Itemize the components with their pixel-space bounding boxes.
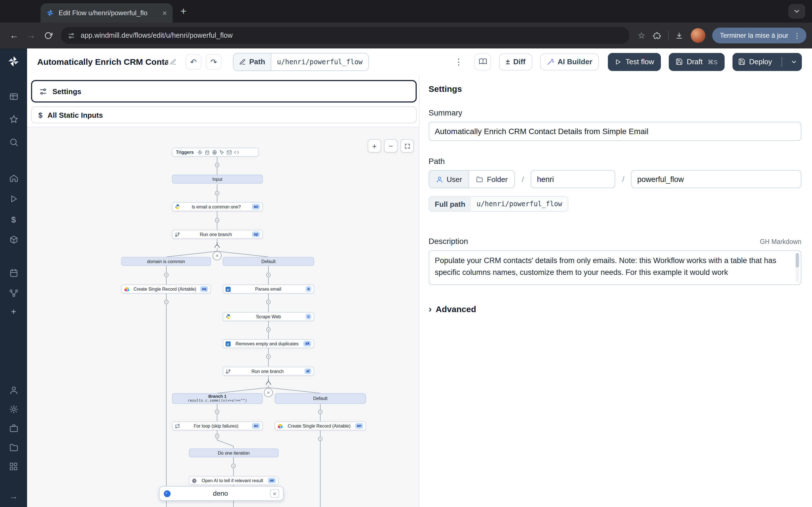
path-separator: / — [522, 175, 524, 184]
flow-node-do-one-iteration[interactable]: Do one iteration — [189, 448, 278, 457]
settings-panel: Settings Summary Automatically Enrich CR… — [419, 75, 812, 507]
sidebar-variables-icon[interactable]: $ — [0, 212, 27, 226]
test-flow-button[interactable]: Test flow — [608, 53, 661, 71]
sidebar-apps-icon[interactable] — [0, 460, 27, 473]
extensions-icon[interactable] — [649, 27, 665, 43]
flow-node-scrape-web[interactable]: Scrape Web c — [223, 312, 314, 321]
owner-input[interactable]: henri — [530, 170, 615, 188]
path-section-label: Path — [428, 157, 801, 166]
new-tab-button[interactable]: + — [181, 4, 186, 18]
deno-icon — [163, 490, 171, 497]
edit-title-icon[interactable] — [170, 58, 176, 65]
advanced-toggle[interactable]: › Advanced — [428, 304, 801, 314]
flow-node-airtable-left[interactable]: Create Single Record (Airtable) aq — [121, 284, 211, 293]
save-icon — [675, 58, 683, 65]
downloads-icon[interactable] — [671, 27, 687, 43]
sidebar-user-icon[interactable] — [0, 383, 27, 397]
popup-close-button[interactable]: × — [270, 489, 279, 498]
profile-avatar[interactable] — [691, 28, 705, 43]
flow-node-is-email-common[interactable]: Is email a common one? ao — [172, 202, 263, 211]
path-editor[interactable]: Path u/henri/powerful_flow — [233, 53, 369, 71]
toolbar-separator — [668, 31, 668, 41]
zoom-out-button[interactable]: − — [384, 139, 398, 153]
tab-close-icon[interactable]: × — [162, 9, 167, 17]
flow-triggers-bar[interactable]: Triggers — [172, 148, 259, 157]
ai-builder-button[interactable]: AI Builder — [540, 53, 599, 70]
sidebar-expand-icon[interactable]: → — [0, 489, 27, 503]
flow-node-run-one-branch-2[interactable]: Run one branch al — [223, 367, 314, 376]
sidebar-runs-icon[interactable] — [0, 192, 27, 206]
sidebar-search-icon[interactable] — [0, 135, 27, 149]
owner-kind-folder[interactable]: Folder — [469, 171, 515, 187]
flow-node-input[interactable]: Input — [172, 175, 263, 184]
flow-node-for-loop[interactable]: For loop (skip failures) ac — [172, 421, 263, 431]
tab-search-button[interactable] — [788, 4, 805, 18]
deploy-button[interactable]: Deploy — [732, 53, 802, 71]
branch-remove-button[interactable]: × — [264, 388, 273, 397]
summary-label: Summary — [428, 108, 801, 117]
browser-menu-icon[interactable]: ⋮ — [792, 31, 802, 40]
globe-icon — [212, 150, 217, 155]
sidebar-favorites-icon[interactable] — [0, 112, 27, 126]
forward-icon[interactable]: → — [22, 27, 40, 44]
sidebar-folders-icon[interactable] — [0, 441, 27, 454]
owner-kind-toggle: User Folder — [428, 170, 515, 188]
flow-node-airtable-right[interactable]: Create Single Record (Airtable) an — [274, 421, 366, 431]
flow-branch-domain-is-common[interactable]: domain is common — [121, 257, 211, 266]
folder-icon — [476, 175, 484, 183]
sidebar-resources-icon[interactable] — [0, 233, 27, 246]
branch-remove-button[interactable]: × — [213, 251, 221, 260]
redo-button[interactable]: ↷ — [206, 54, 221, 69]
bookmark-icon[interactable]: ☆ — [633, 27, 649, 43]
summary-input[interactable]: Automatically Enrich CRM Contact Details… — [428, 122, 801, 141]
cursor-icon — [219, 150, 224, 155]
app-sidebar: $ + → — [0, 48, 27, 507]
flow-node-run-one-branch-1[interactable]: Run one branch ap — [172, 230, 263, 239]
sidebar-workers-icon[interactable] — [0, 286, 27, 300]
site-settings-icon[interactable] — [68, 32, 75, 39]
update-button[interactable]: Terminer la mise à jour ⋮ — [712, 27, 806, 43]
diff-button[interactable]: ± Diff — [499, 53, 532, 70]
windmill-logo-icon[interactable] — [0, 55, 27, 68]
windmill-favicon-icon — [46, 9, 54, 17]
owner-kind-user[interactable]: User — [429, 171, 469, 187]
address-bar[interactable]: app.windmill.dev/flows/edit/u/henri/powe… — [61, 27, 629, 44]
sidebar-table-icon[interactable] — [0, 90, 27, 103]
flow-node-parses-email[interactable]: Parses email a — [223, 284, 314, 293]
pencil-icon — [239, 58, 246, 65]
flow-node-removes-empty[interactable]: Removes empty and duplicates ak — [223, 339, 314, 348]
textarea-scrollbar[interactable] — [796, 253, 799, 282]
book-icon — [478, 57, 487, 66]
flow-branch-1[interactable]: Branch 1 results.c.some((x)=>x!=="") — [172, 393, 263, 404]
deploy-options-button[interactable] — [786, 53, 802, 71]
flow-branch-default-1[interactable]: Default — [223, 257, 314, 266]
more-options-icon[interactable]: ⋮ — [451, 57, 466, 67]
undo-button[interactable]: ↶ — [186, 54, 201, 69]
chevron-right-icon: › — [428, 304, 432, 314]
expand-icon — [404, 143, 410, 149]
diff-icon: ± — [506, 57, 510, 66]
draft-button[interactable]: Draft ⌘S — [669, 53, 724, 71]
sidebar-settings-icon[interactable] — [0, 402, 27, 416]
fit-view-button[interactable] — [400, 139, 414, 153]
language-popup[interactable]: deno × — [159, 486, 284, 501]
path-value[interactable]: u/henri/powerful_flow — [271, 53, 368, 70]
branch-icon — [175, 232, 180, 237]
branch-icon — [225, 369, 231, 374]
description-textarea[interactable]: Populate your CRM contacts' details from… — [428, 250, 801, 285]
sidebar-workspace-icon[interactable] — [0, 421, 27, 435]
flow-name-input[interactable]: powerful_flow — [631, 170, 801, 188]
chevron-down-icon — [791, 58, 797, 65]
flow-branch-default-2[interactable]: Default — [274, 393, 366, 404]
docs-button[interactable] — [474, 53, 491, 70]
reload-icon[interactable] — [40, 27, 56, 44]
sidebar-home-icon[interactable] — [0, 171, 27, 185]
sidebar-schedules-icon[interactable] — [0, 266, 27, 279]
browser-tab[interactable]: Edit Flow u/henri/powerful_flo × — [41, 3, 172, 22]
zoom-in-button[interactable]: + — [368, 139, 381, 153]
flow-node-openai[interactable]: Open AI to tell if relevant result ae — [189, 476, 278, 485]
sidebar-add-icon[interactable]: + — [0, 304, 27, 318]
flow-title[interactable]: Automatically Enrich CRM Contact — [37, 57, 168, 66]
back-icon[interactable]: ← — [6, 27, 22, 44]
path-separator: / — [622, 175, 624, 184]
